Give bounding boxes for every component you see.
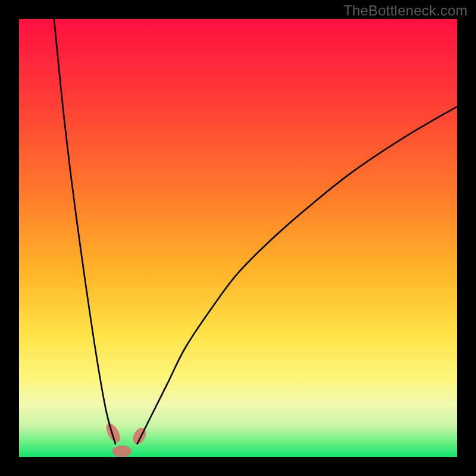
lobe bbox=[112, 446, 131, 457]
plot-svg bbox=[19, 19, 457, 457]
outer-frame: TheBottleneck.com bbox=[0, 0, 476, 476]
gradient-background bbox=[19, 19, 457, 457]
plot-area bbox=[19, 19, 457, 457]
watermark-text: TheBottleneck.com bbox=[343, 2, 468, 19]
